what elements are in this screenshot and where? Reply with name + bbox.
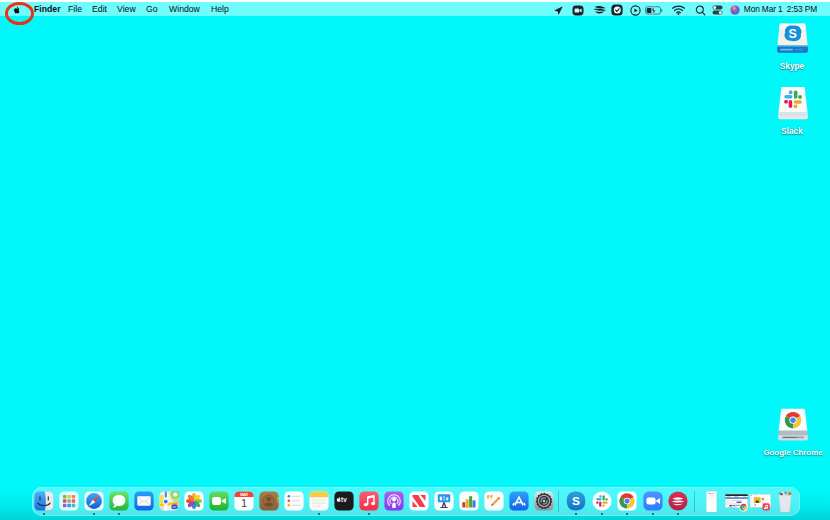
svg-text:S: S	[572, 494, 580, 508]
svg-text:tv: tv	[341, 496, 347, 503]
svg-text:S: S	[788, 27, 796, 41]
svg-text:MAR: MAR	[241, 493, 249, 497]
svg-text:1: 1	[241, 497, 247, 509]
